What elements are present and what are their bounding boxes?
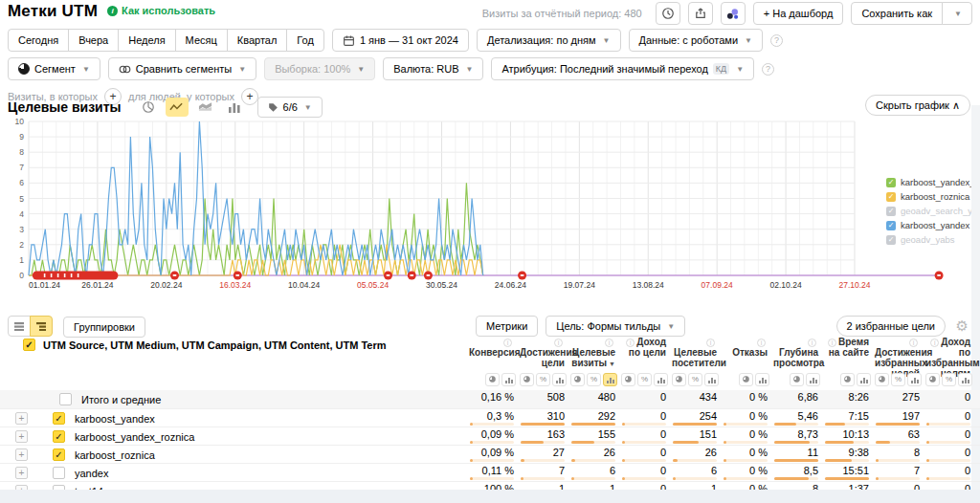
add-to-dashboard-button[interactable]: + На дашборд (753, 2, 844, 25)
detail-level-button[interactable]: Детализация: по дням▼ (477, 29, 621, 52)
x-axis-tick-label: 24.06.24 (495, 280, 526, 290)
goal-filter-button[interactable]: Цель: Формы тильды▼ (546, 316, 685, 337)
favorite-goals-button[interactable]: 2 избранные цели (836, 316, 947, 337)
tool-pie-icon[interactable] (925, 373, 940, 386)
view-flat-button[interactable] (8, 316, 31, 337)
tool-percent-icon[interactable]: % (688, 373, 702, 386)
legend-item-karboost_yandex_roznica[interactable]: ✓karboost_yandex_roznica (886, 177, 980, 187)
clock-icon (661, 7, 675, 20)
row-name[interactable]: karboost_yandex_roznica (75, 431, 194, 443)
row-name[interactable]: karboost_yandex (75, 413, 155, 425)
date-range-button[interactable]: 1 янв — 31 окт 2024 (332, 29, 469, 52)
export-button[interactable] (688, 2, 713, 25)
tool-pie-icon[interactable] (570, 373, 585, 386)
expand-row-button[interactable]: + (15, 430, 28, 443)
sampling-button[interactable]: Выборка: 100%▼ (264, 57, 375, 80)
segment-button[interactable]: Сегмент▼ (8, 57, 100, 80)
footer-band (0, 490, 980, 503)
tool-bars-icon[interactable] (603, 373, 617, 386)
tool-percent-icon[interactable]: % (637, 373, 652, 386)
tool-pie-icon[interactable] (840, 373, 855, 386)
annotation-pin-dot (387, 274, 390, 276)
row-name[interactable]: yandex (75, 468, 108, 479)
tool-bars-icon[interactable] (552, 373, 567, 386)
metric-bar-track (774, 477, 818, 480)
tool-pie-icon[interactable] (520, 373, 534, 386)
history-clock-button[interactable] (656, 2, 680, 25)
tool-pie-icon[interactable] (485, 373, 500, 386)
data-mode-button[interactable]: Данные: с роботами▼ (629, 29, 763, 52)
tool-bars-icon[interactable] (704, 373, 719, 386)
row-checkbox[interactable]: ✓ (53, 448, 65, 461)
row-name[interactable]: Итого и средние (81, 394, 161, 405)
period-button-неделя[interactable]: Неделя (118, 29, 175, 52)
tool-pie-icon[interactable] (790, 373, 804, 386)
chart-type-area-button[interactable] (194, 98, 217, 117)
chart-canvas[interactable]: 01234567891001.01.2426.01.2420.02.2416.0… (0, 115, 980, 298)
tool-bars-icon[interactable] (806, 373, 820, 386)
legend-item-geoadv_yabs[interactable]: ✓geoadv_yabs (886, 234, 980, 245)
tool-percent-icon[interactable]: % (587, 373, 601, 386)
help-icon[interactable]: ? (770, 34, 783, 47)
table-row--: Итого и средние0,16 %50848004340 %6,868:… (0, 390, 980, 408)
attribution-button[interactable]: Атрибуция: Последний значимый переходКД▼ (491, 57, 754, 80)
bar-icon (708, 381, 710, 383)
period-button-месяц[interactable]: Месяц (175, 29, 228, 52)
y-axis-label: 0 (19, 271, 24, 280)
metrica-ai-button[interactable] (721, 2, 746, 25)
column-tools-7 (824, 373, 875, 386)
legend-item-geoadv_search_yabs[interactable]: ✓geoadv_search_yabs (886, 206, 980, 216)
legend-item-karboost_roznica[interactable]: ✓karboost_roznica (886, 191, 980, 202)
tool-percent-icon[interactable]: % (536, 373, 550, 386)
chart-type-pie-button[interactable] (137, 98, 160, 117)
compare-segments-button[interactable]: Сравнить сегменты▼ (108, 57, 256, 80)
row-name[interactable]: karboost_roznica (75, 449, 155, 461)
row-values: 0,09 %27260260 %119:3880 (469, 446, 976, 462)
tool-bars-icon[interactable] (958, 373, 972, 386)
gear-icon[interactable]: ⚙ (956, 317, 969, 335)
chart-type-columns-button[interactable] (223, 98, 246, 117)
metric-value: 0 (925, 427, 970, 441)
tool-percent-icon[interactable]: % (942, 373, 956, 386)
save-as-dropdown[interactable]: ▼ (942, 2, 972, 25)
expand-row-button[interactable]: + (15, 412, 28, 425)
row-checkbox[interactable]: ✓ (53, 430, 65, 443)
dimension-checkbox[interactable]: ✓ (23, 339, 35, 351)
expand-row-button[interactable]: + (15, 467, 28, 479)
period-button-год[interactable]: Год (286, 29, 324, 52)
view-tree-button[interactable] (30, 316, 53, 337)
tool-percent-icon[interactable]: % (891, 373, 905, 386)
metric-bar-track (876, 477, 920, 480)
tool-bars-icon[interactable] (501, 373, 516, 386)
metrics-button[interactable]: Метрики (476, 316, 538, 337)
tool-pie-icon[interactable] (621, 373, 635, 386)
row-checkbox[interactable]: ✓ (53, 412, 65, 425)
currency-button[interactable]: Валюта: RUB▼ (383, 57, 483, 80)
row-checkbox[interactable] (53, 467, 65, 479)
period-button-сегодня[interactable]: Сегодня (8, 29, 69, 52)
tool-bars-icon[interactable] (857, 373, 871, 386)
column-tools-9: % (925, 373, 976, 386)
hide-graph-button[interactable]: Скрыть график ∧ (865, 95, 970, 116)
howto-link[interactable]: i Как использовать (107, 5, 215, 16)
metric-bar-track (724, 441, 768, 444)
expand-row-button[interactable]: + (15, 448, 28, 461)
tool-bars-icon[interactable] (654, 373, 668, 386)
save-as-button[interactable]: Сохранить как (851, 2, 943, 25)
tool-pie-icon[interactable] (739, 373, 753, 386)
period-button-квартал[interactable]: Квартал (227, 29, 288, 52)
legend-item-karboost_yandex[interactable]: ✓karboost_yandex (886, 220, 980, 230)
metric-bar-fill (470, 441, 473, 444)
period-button-вчера[interactable]: Вчера (68, 29, 119, 52)
legend-label: karboost_yandex_roznica (901, 177, 980, 187)
tool-bars-icon[interactable] (907, 373, 922, 386)
bar-icon (556, 381, 558, 383)
tool-pie-icon[interactable] (672, 373, 686, 386)
tool-pie-icon[interactable] (875, 373, 889, 386)
tool-bars-icon[interactable] (755, 373, 769, 386)
groupings-button[interactable]: Группировки (63, 317, 145, 338)
chart-type-line-button[interactable] (166, 98, 189, 117)
row-checkbox[interactable] (59, 393, 72, 405)
help-icon[interactable]: ? (762, 63, 774, 76)
pie-icon (489, 376, 496, 383)
